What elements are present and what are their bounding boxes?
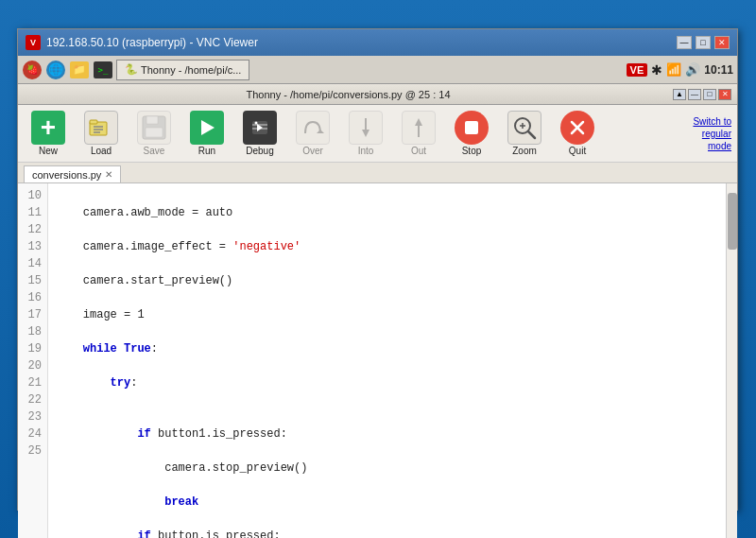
new-icon: + xyxy=(31,111,65,145)
vnc-titlebar: V 192.168.50.10 (raspberrypi) - VNC View… xyxy=(18,29,737,56)
quit-button[interactable]: Quit xyxy=(553,109,602,158)
svg-rect-7 xyxy=(146,128,163,137)
stop-icon xyxy=(455,111,489,145)
raspberry-icon[interactable]: 🍓 xyxy=(22,60,43,80)
thonny-up-button[interactable]: ▲ xyxy=(673,89,686,100)
desktop: V 192.168.50.10 (raspberrypi) - VNC View… xyxy=(0,0,756,538)
file-tab[interactable]: conversions.py ✕ xyxy=(24,165,121,182)
stop-label: Stop xyxy=(462,146,482,156)
over-icon xyxy=(296,111,330,145)
thonny-taskbar-button[interactable]: 🐍 Thonny - /home/pi/c... xyxy=(116,60,249,80)
folder-icon[interactable]: 📁 xyxy=(69,60,90,80)
load-icon xyxy=(84,111,118,145)
new-button[interactable]: + New xyxy=(24,109,73,158)
run-icon xyxy=(190,111,224,145)
svg-rect-19 xyxy=(465,121,478,134)
os-taskbar: 🍓 🌐 📁 >_ 🐍 Thonny - /home/pi/c... VE xyxy=(18,56,737,84)
out-icon xyxy=(402,111,436,145)
os-taskbar-right: VE ✱ 📶 🔊 10:11 xyxy=(627,62,733,78)
wifi-icon: 📶 xyxy=(666,62,681,77)
thonny-maximize-button[interactable]: □ xyxy=(703,89,716,100)
save-icon xyxy=(137,111,171,145)
code-editor: 10 11 12 13 14 15 16 17 18 19 20 21 22 2… xyxy=(18,183,737,538)
quit-label: Quit xyxy=(569,146,586,156)
stop-button[interactable]: Stop xyxy=(447,109,496,158)
save-label: Save xyxy=(144,146,165,156)
scrollbar-thumb[interactable] xyxy=(728,193,737,250)
run-button[interactable]: Run xyxy=(182,109,232,158)
zoom-button[interactable]: Zoom xyxy=(500,109,549,158)
out-button[interactable]: Out xyxy=(394,109,443,158)
zoom-label: Zoom xyxy=(512,146,537,156)
debug-button[interactable]: Debug xyxy=(235,109,284,158)
thonny-minimize-button[interactable]: — xyxy=(688,89,701,100)
new-label: New xyxy=(39,146,58,156)
bluetooth-icon: ✱ xyxy=(651,62,662,78)
switch-mode-link[interactable]: Switch to regular mode xyxy=(693,115,731,152)
run-label: Run xyxy=(198,146,215,156)
line-numbers: 10 11 12 13 14 15 16 17 18 19 20 21 22 2… xyxy=(18,183,48,538)
thonny-win-controls: ▲ — □ ✕ xyxy=(673,89,731,100)
svg-marker-16 xyxy=(362,130,369,137)
vnc-icon: V xyxy=(26,35,41,50)
debug-label: Debug xyxy=(246,146,273,156)
tab-close-button[interactable]: ✕ xyxy=(105,169,112,180)
code-content[interactable]: camera.awb_mode = auto camera.image_effe… xyxy=(48,183,726,538)
ve-logo: VE xyxy=(627,63,648,77)
toolbar: + New Load xyxy=(18,105,737,163)
thonny-title: Thonny - /home/pi/conversions.py @ 25 : … xyxy=(24,89,673,100)
svg-marker-8 xyxy=(201,120,215,135)
zoom-icon xyxy=(507,111,541,145)
vnc-window-controls: — □ ✕ xyxy=(677,36,730,49)
vnc-close-button[interactable]: ✕ xyxy=(714,36,730,49)
svg-line-21 xyxy=(528,131,535,138)
vnc-window: V 192.168.50.10 (raspberrypi) - VNC View… xyxy=(17,28,738,511)
out-label: Out xyxy=(411,146,426,156)
into-label: Into xyxy=(358,146,374,156)
quit-icon xyxy=(560,111,594,145)
tab-filename: conversions.py xyxy=(32,169,101,181)
tab-bar: conversions.py ✕ xyxy=(18,163,737,183)
over-button[interactable]: Over xyxy=(288,109,337,158)
vnc-minimize-button[interactable]: — xyxy=(677,36,692,49)
over-label: Over xyxy=(302,146,323,156)
save-button[interactable]: Save xyxy=(129,109,179,158)
clock: 10:11 xyxy=(704,63,733,77)
editor-scrollbar[interactable] xyxy=(726,183,737,538)
svg-rect-6 xyxy=(146,116,158,124)
globe-icon[interactable]: 🌐 xyxy=(45,60,66,80)
svg-marker-14 xyxy=(317,130,324,133)
vnc-title: 192.168.50.10 (raspberrypi) - VNC Viewer xyxy=(46,36,677,49)
into-icon xyxy=(349,111,383,145)
into-button[interactable]: Into xyxy=(341,109,390,158)
load-button[interactable]: Load xyxy=(77,109,126,158)
svg-marker-18 xyxy=(415,118,422,126)
debug-icon xyxy=(243,111,277,145)
speaker-icon: 🔊 xyxy=(685,62,700,77)
thonny-app: 🍓 🌐 📁 >_ 🐍 Thonny - /home/pi/c... VE xyxy=(18,56,737,538)
terminal-icon[interactable]: >_ xyxy=(93,60,113,80)
thonny-titlebar: Thonny - /home/pi/conversions.py @ 25 : … xyxy=(18,84,737,105)
load-label: Load xyxy=(91,146,112,156)
thonny-close-button[interactable]: ✕ xyxy=(718,89,731,100)
vnc-maximize-button[interactable]: □ xyxy=(696,36,711,49)
thonny-taskbar-label: Thonny - /home/pi/c... xyxy=(141,64,241,76)
svg-rect-1 xyxy=(90,120,97,124)
